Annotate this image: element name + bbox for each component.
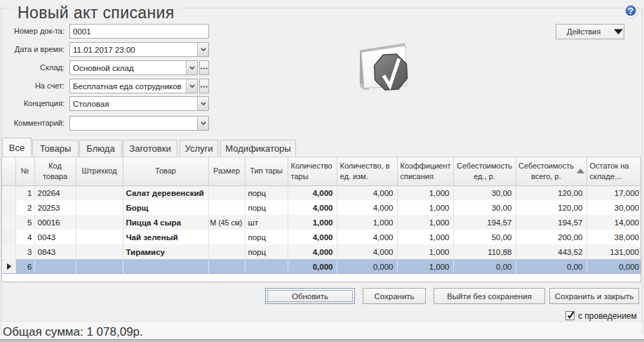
svg-text:?: ? [628, 6, 633, 16]
